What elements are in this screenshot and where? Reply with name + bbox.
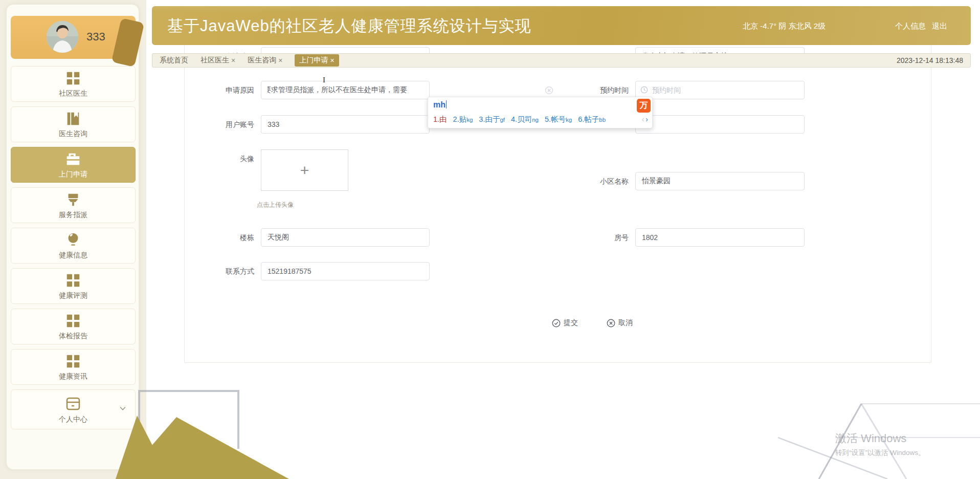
screen: 333 社区医生 医生咨询 上门申请 xyxy=(0,0,980,479)
ime-candidate-list: 1.由 2.贴kg 3.由于gf 4.贝司ng 5.帐号kg 6.帖子bb ‹ … xyxy=(433,115,648,124)
watermark-line2: 转到“设置”以激活 Windows。 xyxy=(835,448,925,458)
current-timestamp: 2023-12-14 18:13:48 xyxy=(897,56,963,64)
close-icon[interactable]: × xyxy=(278,56,282,64)
field-label: 头像 xyxy=(193,149,254,168)
reason-input[interactable] xyxy=(261,81,430,99)
ime-candidate[interactable]: 3.由于gf xyxy=(479,115,505,124)
tab-door-visit-apply[interactable]: 上门申请 × xyxy=(295,54,339,67)
sidebar-item-label: 医生咨询 xyxy=(59,129,87,139)
submit-button[interactable]: 提交 xyxy=(552,318,578,328)
ime-candidate[interactable]: 6.帖子bb xyxy=(578,115,606,124)
username: 333 xyxy=(86,30,105,43)
field-label: 用户账号 xyxy=(193,115,254,134)
sidebar-item-label: 健康资讯 xyxy=(59,372,87,381)
avatar xyxy=(47,21,78,53)
form-row-room: 房号 xyxy=(567,228,805,247)
circle-x-icon xyxy=(607,319,615,328)
sidebar-item-label: 健康信息 xyxy=(59,251,87,260)
form-row-phone: 联系方式 xyxy=(193,262,430,280)
brush-icon xyxy=(64,191,82,208)
plus-icon: + xyxy=(300,163,309,178)
sidebar-item-community-doctor[interactable]: 社区医生 xyxy=(11,66,136,102)
sidebar-item-health-evaluate[interactable]: 健康评测 xyxy=(11,268,136,304)
form-row-reason: 申请原因 xyxy=(193,81,430,99)
tab-doctor-consult[interactable]: 医生咨询 × xyxy=(248,56,282,65)
form-buttons: 提交 取消 xyxy=(552,318,633,328)
sidebar-item-service-assign[interactable]: 服务指派 xyxy=(11,187,136,223)
circle-check-icon xyxy=(552,319,561,328)
ime-caret xyxy=(446,100,447,108)
form-row-account: 用户账号 xyxy=(193,115,430,134)
sidebar-item-health-news[interactable]: 健康资讯 xyxy=(11,349,136,385)
sidebar-item-personal-center[interactable]: 个人中心 xyxy=(11,389,136,429)
close-icon[interactable]: × xyxy=(330,56,334,64)
sidebar-item-health-info[interactable]: 健康信息 xyxy=(11,228,136,264)
user-account-input[interactable] xyxy=(261,115,430,134)
sidebar-item-label: 服务指派 xyxy=(59,210,87,220)
field-label: 小区名称 xyxy=(567,172,629,190)
form-row-community: 小区名称 xyxy=(567,172,805,190)
field-label: 申请原因 xyxy=(193,81,254,99)
header-links: 个人信息 退出 xyxy=(895,21,947,31)
ime-candidate[interactable]: 2.贴kg xyxy=(453,115,473,124)
page-title: 基于JavaWeb的社区老人健康管理系统设计与实现 xyxy=(167,15,531,37)
ime-composition: mh xyxy=(433,100,447,110)
field-label: 房号 xyxy=(567,228,629,247)
appointment-time-input[interactable] xyxy=(635,81,805,99)
form-row-building: 楼栋 xyxy=(193,228,430,247)
clock-icon xyxy=(640,86,648,94)
avatar-upload-box[interactable]: + xyxy=(261,149,348,191)
book-icon xyxy=(64,110,82,127)
grid-icon xyxy=(64,312,82,330)
clear-circle-icon[interactable] xyxy=(545,86,553,95)
sidebar-item-label: 上门申请 xyxy=(59,170,87,179)
weather-info: 北京 -4.7° 阴 东北风 2级 xyxy=(743,21,826,31)
room-no-input[interactable] xyxy=(635,228,805,247)
ime-candidate[interactable]: 5.帐号kg xyxy=(545,115,572,124)
watermark-line1: 激活 Windows xyxy=(835,431,925,446)
briefcase-icon xyxy=(64,150,82,168)
field-label: 楼栋 xyxy=(193,228,254,247)
sidebar: 333 社区医生 医生咨询 上门申请 xyxy=(6,4,139,470)
panel-icon xyxy=(64,395,82,413)
grid-icon xyxy=(64,70,82,87)
ime-prev-page-icon[interactable]: ‹ xyxy=(642,115,644,123)
grid-icon xyxy=(64,272,82,289)
sidebar-item-label: 健康评测 xyxy=(59,291,87,300)
building-input[interactable] xyxy=(261,228,430,247)
form-row-avatar: 头像 + xyxy=(193,149,348,191)
ime-popup: mh 万 1.由 2.贴kg 3.由于gf 4.贝司ng 5.帐号kg 6.帖子… xyxy=(428,97,653,128)
sidebar-item-label: 体检报告 xyxy=(59,332,87,341)
tab-community-doctor[interactable]: 社区医生 × xyxy=(201,56,235,65)
ime-candidate[interactable]: 4.贝司ng xyxy=(511,115,539,124)
windows-activation-watermark: 激活 Windows 转到“设置”以激活 Windows。 xyxy=(835,431,925,458)
phone-input[interactable] xyxy=(261,262,430,280)
profile-link[interactable]: 个人信息 xyxy=(895,21,926,31)
avatar-upload-tip: 点击上传头像 xyxy=(257,201,294,209)
ime-logo-icon[interactable]: 万 xyxy=(637,99,651,113)
grid-icon xyxy=(64,353,82,370)
logout-link[interactable]: 退出 xyxy=(932,21,947,31)
text-cursor-pointer: I xyxy=(323,76,325,84)
sidebar-item-door-visit-apply[interactable]: 上门申请 xyxy=(11,147,136,183)
sidebar-menu: 社区医生 医生咨询 上门申请 服务指派 xyxy=(11,66,136,434)
form-card: 申请编号 服务名称 申请原因 预约时间 用户账号 xyxy=(184,26,931,363)
sidebar-item-doctor-consult[interactable]: 医生咨询 xyxy=(11,106,136,142)
sidebar-item-label: 个人中心 xyxy=(59,415,87,424)
field-label: 联系方式 xyxy=(193,262,254,280)
tab-bar: 系统首页 社区医生 × 医生咨询 × 上门申请 × 2023-12-14 18:… xyxy=(152,53,971,68)
bulb-icon xyxy=(64,231,82,249)
sidebar-item-checkup-report[interactable]: 体检报告 xyxy=(11,309,136,344)
ime-next-page-icon[interactable]: › xyxy=(645,115,648,123)
cancel-button[interactable]: 取消 xyxy=(607,318,633,328)
covered-empty-input[interactable] xyxy=(635,115,805,134)
top-header: 基于JavaWeb的社区老人健康管理系统设计与实现 北京 -4.7° 阴 东北风… xyxy=(152,6,971,45)
community-name-input[interactable] xyxy=(635,172,805,190)
profile-card: 333 xyxy=(11,16,136,59)
close-icon[interactable]: × xyxy=(231,56,235,64)
chevron-down-icon[interactable] xyxy=(119,404,127,415)
sidebar-item-label: 社区医生 xyxy=(59,89,87,98)
tab-system-home[interactable]: 系统首页 xyxy=(160,56,188,65)
ime-candidate[interactable]: 1.由 xyxy=(433,115,447,124)
